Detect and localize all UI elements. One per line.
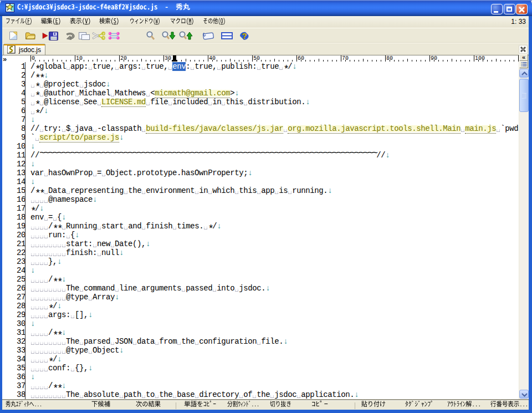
svg-text:?: ? (242, 31, 247, 40)
svg-text:0: 0 (32, 55, 35, 62)
svg-text:100: 100 (475, 55, 485, 62)
